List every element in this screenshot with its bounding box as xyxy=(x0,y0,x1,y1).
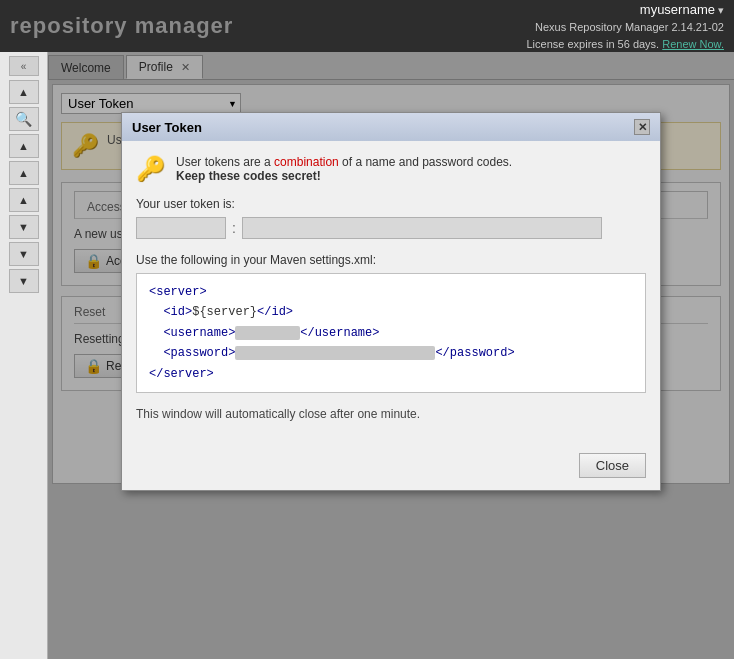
sidebar-down-btn-2[interactable]: ▼ xyxy=(9,242,39,266)
modal-close-x-button[interactable]: ✕ xyxy=(634,119,650,135)
modal-body: 🔑 User tokens are a combination of a nam… xyxy=(122,141,660,447)
token-separator: : xyxy=(232,220,236,236)
token-info-text: User tokens are a combination of a name … xyxy=(176,155,512,183)
token-fields: : xyxy=(136,217,646,239)
sidebar: « ▲ 🔍 ▲ ▲ ▲ ▼ ▼ ▼ xyxy=(0,52,48,659)
maven-label: Use the following in your Maven settings… xyxy=(136,253,646,267)
version-text: Nexus Repository Manager 2.14.21-02 xyxy=(526,19,724,36)
modal-close-button[interactable]: Close xyxy=(579,453,646,478)
content-area: Welcome Profile ✕ User Token 🔑 User toke… xyxy=(48,52,734,659)
modal-footer: Close xyxy=(122,447,660,490)
renew-link[interactable]: Renew Now. xyxy=(662,38,724,50)
your-token-label: Your user token is: xyxy=(136,197,646,211)
maven-line-2: <id>${server}</id> xyxy=(149,302,633,322)
modal-overlay: User Token ✕ 🔑 User tokens are a combina… xyxy=(48,52,734,659)
title-prefix: r xyxy=(10,13,20,38)
maven-line-4: <password> </password> xyxy=(149,343,633,363)
license-label: License expires in 56 days. xyxy=(526,38,662,50)
header-user-info: myusername ▾ Nexus Repository Manager 2.… xyxy=(526,0,724,52)
sidebar-up-btn-2[interactable]: ▲ xyxy=(9,134,39,158)
app-title: repository manager xyxy=(10,13,233,39)
sidebar-up-btn-1[interactable]: ▲ xyxy=(9,80,39,104)
app-header: repository manager myusername ▾ Nexus Re… xyxy=(0,0,734,52)
username-caret: ▾ xyxy=(718,4,724,16)
sidebar-up-btn-4[interactable]: ▲ xyxy=(9,188,39,212)
license-text: License expires in 56 days. Renew Now. xyxy=(526,36,724,53)
sidebar-down-btn-1[interactable]: ▼ xyxy=(9,215,39,239)
modal-info-line1-after: of a name and password codes. xyxy=(339,155,512,169)
auto-close-text: This window will automatically close aft… xyxy=(136,407,646,421)
modal-key-icon: 🔑 xyxy=(136,155,166,183)
maven-code-box: <server> <id>${server}</id> <username> <… xyxy=(136,273,646,393)
token-left-field xyxy=(136,217,226,239)
modal-info-line1-before: User tokens are a xyxy=(176,155,274,169)
title-text: epository manager xyxy=(20,13,234,38)
combination-word: combination xyxy=(274,155,339,169)
modal-header: User Token ✕ xyxy=(122,113,660,141)
maven-line-5: </server> xyxy=(149,364,633,384)
token-info-box: 🔑 User tokens are a combination of a nam… xyxy=(136,155,646,183)
modal-title: User Token xyxy=(132,120,202,135)
sidebar-search-btn[interactable]: 🔍 xyxy=(9,107,39,131)
sidebar-collapse-btn[interactable]: « xyxy=(9,56,39,76)
main-layout: « ▲ 🔍 ▲ ▲ ▲ ▼ ▼ ▼ Welcome Profile ✕ xyxy=(0,52,734,659)
sidebar-down-btn-3[interactable]: ▼ xyxy=(9,269,39,293)
password-blurred xyxy=(235,346,435,360)
maven-line-3: <username> </username> xyxy=(149,323,633,343)
token-right-field xyxy=(242,217,602,239)
user-token-modal: User Token ✕ 🔑 User tokens are a combina… xyxy=(121,112,661,491)
username-blurred xyxy=(235,326,300,340)
username-label[interactable]: myusername xyxy=(640,2,715,17)
modal-info-line2: Keep these codes secret! xyxy=(176,169,512,183)
sidebar-up-btn-3[interactable]: ▲ xyxy=(9,161,39,185)
maven-line-1: <server> xyxy=(149,282,633,302)
